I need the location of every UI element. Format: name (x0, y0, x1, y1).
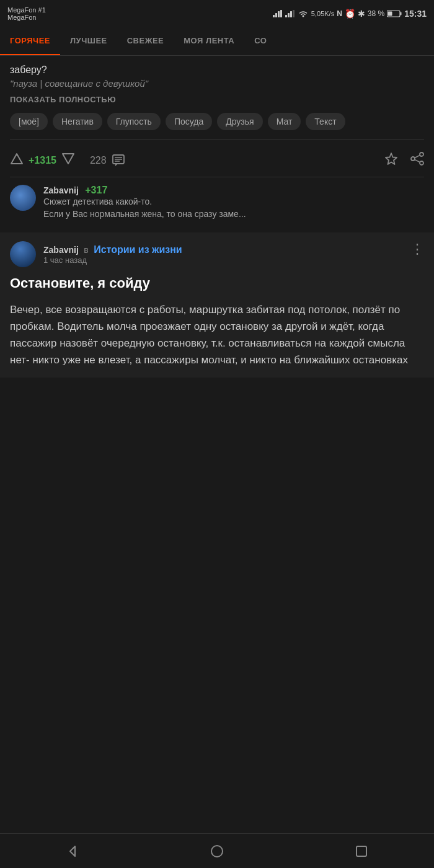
post1-subtitle: "пауза | совещание с девушкой" (10, 78, 424, 89)
carrier-sub: MegaFon (7, 14, 46, 21)
comments-count: 228 (90, 155, 107, 166)
svg-rect-3 (280, 10, 282, 17)
tab-best[interactable]: ЛУЧШЕЕ (60, 27, 117, 55)
home-icon (210, 844, 224, 859)
comment-body: Zabavnij +317 Сюжет детектива какой-то. … (43, 185, 246, 220)
bottom-nav (0, 833, 434, 868)
svg-marker-12 (11, 154, 22, 164)
svg-rect-10 (401, 12, 402, 16)
comments-icon (112, 154, 125, 167)
post2-card: Zabavnij в Истории из жизни 1 час назад … (0, 232, 434, 377)
svg-rect-5 (288, 13, 290, 17)
post2-community-prefix: в (84, 245, 88, 255)
alarm-icon: ⏰ (345, 9, 355, 19)
tag-item[interactable]: [моё] (10, 113, 48, 130)
post2-header-left: Zabavnij в Истории из жизни 1 час назад (10, 241, 182, 267)
main-content: MegaFon #1 MegaFon 5,05K/s (0, 0, 434, 412)
tags-container: [моё] Негатив Глупость Посуда Друзья Мат… (10, 113, 424, 130)
share-icon (410, 152, 424, 166)
post2-author: Zabavnij (43, 245, 79, 255)
post2-title: Остановите, я сойду (10, 275, 424, 293)
tag-item[interactable]: Мат (268, 113, 301, 130)
svg-rect-6 (290, 11, 292, 17)
comment-text: Сюжет детектива какой-то. Если у Вас нор… (43, 196, 246, 220)
svg-rect-0 (273, 15, 275, 17)
tab-co[interactable]: СО (244, 27, 277, 55)
battery-label: 38 % (368, 9, 384, 18)
svg-line-24 (415, 160, 420, 162)
recents-icon (354, 844, 369, 859)
post2-header: Zabavnij в Истории из жизни 1 час назад … (10, 241, 424, 267)
tab-my-feed[interactable]: МОЯ ЛЕНТА (174, 27, 244, 55)
svg-point-8 (302, 16, 304, 17)
home-button[interactable] (198, 840, 236, 862)
bluetooth-icon: ✱ (358, 9, 365, 19)
wifi-icon (298, 10, 309, 17)
svg-line-23 (415, 156, 420, 158)
comment-author: Zabavnij (43, 185, 79, 195)
bookmark-button[interactable] (384, 152, 398, 169)
battery-icon (387, 10, 402, 17)
nav-tabs: ГОРЯЧЕЕ ЛУЧШЕЕ СВЕЖЕЕ МОЯ ЛЕНТА СО (0, 27, 434, 56)
comment-preview: Zabavnij +317 Сюжет детектива какой-то. … (10, 177, 424, 228)
svg-rect-11 (388, 12, 392, 16)
speed-indicator: 5,05K/s (311, 10, 334, 17)
vote-section: +1315 (10, 152, 75, 169)
more-options-button[interactable]: ⋮ (410, 241, 424, 257)
star-icon (384, 152, 398, 166)
tab-fresh[interactable]: СВЕЖЕЕ (117, 27, 174, 55)
svg-rect-2 (278, 11, 280, 17)
svg-marker-13 (63, 154, 74, 164)
back-icon (65, 844, 80, 859)
share-button[interactable] (410, 152, 424, 169)
post1-text-preview: заберу? (10, 64, 424, 76)
svg-rect-7 (293, 10, 294, 17)
svg-point-21 (411, 157, 415, 161)
upvote-icon (10, 152, 24, 166)
status-icons: 5,05K/s N ⏰ ✱ 38 % 15:31 (273, 9, 427, 19)
recents-button[interactable] (343, 840, 380, 862)
comments-button[interactable]: 228 (90, 154, 125, 167)
post2-community[interactable]: Истории из жизни (94, 244, 182, 255)
comment-score: +317 (85, 185, 107, 195)
time-display: 15:31 (404, 9, 427, 19)
nfc-icon: N (337, 9, 342, 18)
action-bar: +1315 228 (10, 144, 424, 177)
svg-rect-27 (356, 846, 366, 856)
svg-rect-1 (275, 13, 277, 17)
post2-meta: Zabavnij в Истории из жизни 1 час назад (43, 244, 182, 265)
svg-point-26 (211, 846, 223, 857)
carrier-info: MegaFon #1 MegaFon (7, 6, 46, 21)
signal-icon2 (285, 10, 295, 17)
post2-time: 1 час назад (43, 255, 182, 265)
tab-hot[interactable]: ГОРЯЧЕЕ (0, 27, 60, 55)
signal-icon (273, 10, 283, 17)
post2-avatar (10, 241, 36, 267)
svg-point-20 (420, 153, 423, 156)
post1-section: заберу? "пауза | совещание с девушкой" П… (0, 56, 434, 228)
svg-marker-18 (115, 164, 118, 166)
tag-item[interactable]: Глупость (107, 113, 161, 130)
tag-item[interactable]: Текст (306, 113, 345, 130)
tag-item[interactable]: Друзья (217, 113, 262, 130)
show-full-button[interactable]: ПОКАЗАТЬ ПОЛНОСТЬЮ (10, 95, 424, 104)
svg-marker-25 (70, 846, 75, 856)
carrier-name: MegaFon #1 (7, 6, 46, 14)
svg-marker-19 (386, 153, 397, 164)
svg-point-22 (420, 161, 423, 165)
vote-down-button[interactable] (61, 152, 75, 169)
svg-rect-4 (285, 15, 287, 17)
post2-content: Вечер, все возвращаются с работы, маршру… (10, 301, 424, 369)
status-bar: MegaFon #1 MegaFon 5,05K/s (0, 0, 434, 27)
post2-author-line: Zabavnij в Истории из жизни (43, 244, 182, 255)
vote-count: +1315 (29, 155, 56, 166)
downvote-icon (61, 152, 75, 166)
tag-item[interactable]: Посуда (166, 113, 212, 130)
tag-item[interactable]: Негатив (53, 113, 102, 130)
vote-up-button[interactable] (10, 152, 24, 169)
divider (10, 139, 424, 140)
comment-avatar (10, 185, 36, 211)
back-button[interactable] (54, 840, 91, 862)
